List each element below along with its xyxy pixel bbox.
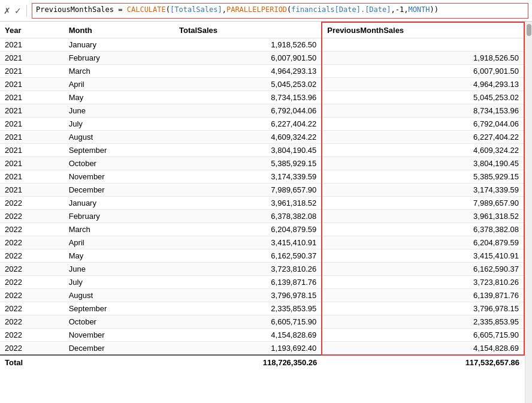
table-row: 2022January3,961,318.527,989,657.90 — [0, 197, 524, 210]
cell-month: July — [64, 276, 174, 289]
cell-year: 2022 — [0, 302, 64, 315]
formula-separator — [26, 5, 27, 17]
cell-year: 2022 — [0, 197, 64, 210]
cell-total-sales: 1,918,526.50 — [174, 38, 322, 52]
table-footer-row: Total 118,726,350.26 117,532,657.86 — [0, 355, 524, 369]
formula-parallelperiod: PARALLELPERIOD — [226, 5, 287, 14]
cell-month: October — [64, 157, 174, 170]
table-row: 2021August4,609,324.226,227,404.22 — [0, 131, 524, 144]
formula-input[interactable]: PreviousMonthSales = CALCULATE([TotalSal… — [32, 3, 528, 19]
cell-year: 2021 — [0, 184, 64, 197]
formula-calculate: CALCULATE — [127, 5, 166, 14]
cell-year: 2021 — [0, 170, 64, 184]
cell-total-sales: 5,385,929.15 — [174, 157, 322, 170]
cell-year: 2022 — [0, 342, 64, 356]
cell-total-sales: 6,204,879.59 — [174, 223, 322, 236]
cell-month: February — [64, 52, 174, 65]
cell-month: May — [64, 249, 174, 263]
cell-previous-month-sales: 5,385,929.15 — [322, 170, 524, 184]
cell-previous-month-sales: 5,045,253.02 — [322, 91, 524, 104]
formula-bar: ✗ ✓ PreviousMonthSales = CALCULATE([Tota… — [0, 0, 532, 22]
table-row: 2021June6,792,044.068,734,153.96 — [0, 104, 524, 118]
cancel-icon[interactable]: ✗ — [4, 6, 11, 16]
cell-year: 2021 — [0, 157, 64, 170]
cell-year: 2021 — [0, 104, 64, 118]
cell-previous-month-sales: 3,174,339.59 — [322, 184, 524, 197]
cell-total-sales: 3,723,810.26 — [174, 263, 322, 276]
cell-previous-month-sales — [322, 38, 524, 52]
cell-month: December — [64, 184, 174, 197]
table-row: 2022February6,378,382.083,961,318.52 — [0, 210, 524, 223]
footer-label: Total — [0, 355, 64, 369]
cell-year: 2021 — [0, 78, 64, 91]
table-row: 2021July6,227,404.226,792,044.06 — [0, 118, 524, 131]
cell-total-sales: 4,154,828.69 — [174, 329, 322, 342]
cell-previous-month-sales: 3,415,410.91 — [322, 249, 524, 263]
cell-year: 2021 — [0, 91, 64, 104]
cell-previous-month-sales: 6,378,382.08 — [322, 223, 524, 236]
cell-total-sales: 8,734,153.96 — [174, 91, 322, 104]
cell-month: September — [64, 144, 174, 157]
cell-year: 2021 — [0, 118, 64, 131]
cell-year: 2022 — [0, 289, 64, 302]
cell-year: 2022 — [0, 329, 64, 342]
cell-total-sales: 3,415,410.91 — [174, 236, 322, 249]
cell-total-sales: 6,162,590.37 — [174, 249, 322, 263]
cell-previous-month-sales: 6,139,871.76 — [322, 289, 524, 302]
cell-year: 2022 — [0, 236, 64, 249]
cell-previous-month-sales: 3,961,318.52 — [322, 210, 524, 223]
cell-month: September — [64, 302, 174, 315]
table-row: 2022December1,193,692.404,154,828.69 — [0, 342, 524, 356]
cell-month: February — [64, 210, 174, 223]
cell-previous-month-sales: 6,792,044.06 — [322, 118, 524, 131]
cell-previous-month-sales: 6,204,879.59 — [322, 236, 524, 249]
table-row: 2021November3,174,339.595,385,929.15 — [0, 170, 524, 184]
cell-month: April — [64, 236, 174, 249]
cell-month: May — [64, 91, 174, 104]
scroll-thumb[interactable] — [527, 24, 531, 36]
footer-empty — [64, 355, 174, 369]
cell-year: 2022 — [0, 249, 64, 263]
table-row: 2021December7,989,657.903,174,339.59 — [0, 184, 524, 197]
cell-previous-month-sales: 8,734,153.96 — [322, 104, 524, 118]
table-row: 2021March4,964,293.136,007,901.50 — [0, 65, 524, 78]
cell-month: March — [64, 65, 174, 78]
cell-year: 2021 — [0, 144, 64, 157]
cell-total-sales: 3,796,978.15 — [174, 289, 322, 302]
col-header-year: Year — [0, 22, 64, 38]
cell-total-sales: 4,609,324.22 — [174, 131, 322, 144]
cell-month: November — [64, 329, 174, 342]
cell-previous-month-sales: 1,918,526.50 — [322, 52, 524, 65]
cell-year: 2021 — [0, 65, 64, 78]
formula-month: MONTH — [408, 5, 430, 14]
cell-month: December — [64, 342, 174, 356]
cell-previous-month-sales: 6,227,404.22 — [322, 131, 524, 144]
table-area[interactable]: Year Month TotalSales PreviousMonthSales… — [0, 22, 525, 403]
cell-year: 2021 — [0, 131, 64, 144]
col-header-month: Month — [64, 22, 174, 38]
table-row: 2021May8,734,153.965,045,253.02 — [0, 91, 524, 104]
cell-month: October — [64, 315, 174, 329]
cell-previous-month-sales: 6,162,590.37 — [322, 263, 524, 276]
cell-month: August — [64, 131, 174, 144]
cell-total-sales: 3,961,318.52 — [174, 197, 322, 210]
table-row: 2021September3,804,190.454,609,324.22 — [0, 144, 524, 157]
cell-year: 2022 — [0, 210, 64, 223]
formula-measure-name: PreviousMonthSales — [36, 5, 114, 14]
table-row: 2022May6,162,590.373,415,410.91 — [0, 249, 524, 263]
scrollbar[interactable] — [525, 22, 532, 403]
confirm-icon[interactable]: ✓ — [14, 6, 22, 16]
cell-previous-month-sales: 4,609,324.22 — [322, 144, 524, 157]
table-row: 2022June3,723,810.266,162,590.37 — [0, 263, 524, 276]
footer-total-sales: 118,726,350.26 — [174, 355, 322, 369]
cell-total-sales: 3,804,190.45 — [174, 144, 322, 157]
table-row: 2021February6,007,901.501,918,526.50 — [0, 52, 524, 65]
cell-previous-month-sales: 6,007,901.50 — [322, 65, 524, 78]
data-table: Year Month TotalSales PreviousMonthSales… — [0, 22, 525, 369]
cell-total-sales: 6,378,382.08 — [174, 210, 322, 223]
cell-total-sales: 6,792,044.06 — [174, 104, 322, 118]
cell-year: 2022 — [0, 315, 64, 329]
table-row: 2022March6,204,879.596,378,382.08 — [0, 223, 524, 236]
cell-year: 2022 — [0, 263, 64, 276]
cell-previous-month-sales: 3,723,810.26 — [322, 276, 524, 289]
